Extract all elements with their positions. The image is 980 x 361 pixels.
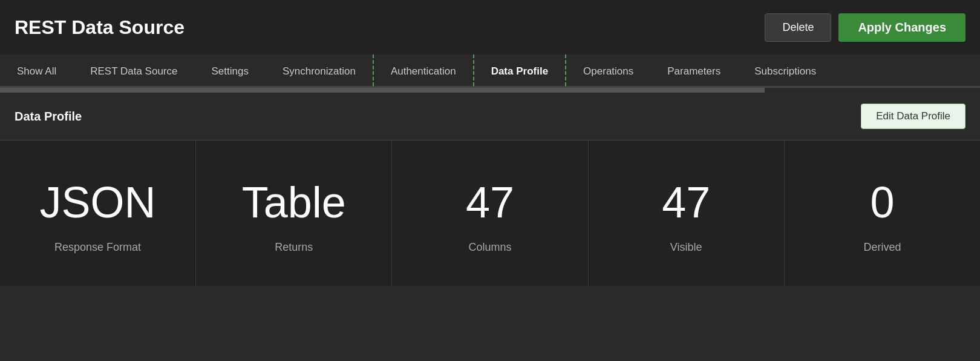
stat-value-visible: 47 [662, 179, 710, 227]
tab-settings[interactable]: Settings [194, 55, 265, 86]
stat-label-columns: Columns [468, 241, 511, 254]
apply-changes-button[interactable]: Apply Changes [838, 13, 965, 42]
section-header: Data Profile Edit Data Profile [0, 93, 980, 140]
nav-tabs: Show All REST Data Source Settings Synch… [0, 55, 980, 88]
tab-rest-data-source[interactable]: REST Data Source [73, 55, 194, 86]
stat-value-derived: 0 [870, 179, 894, 227]
stat-cell-visible: 47 Visible [589, 141, 785, 286]
stat-value-returns: Table [242, 179, 346, 227]
tab-data-profile[interactable]: Data Profile [473, 55, 566, 86]
delete-button[interactable]: Delete [765, 13, 831, 42]
tab-show-all[interactable]: Show All [0, 55, 73, 86]
page-title: REST Data Source [15, 16, 185, 39]
stats-grid: JSON Response Format Table Returns 47 Co… [0, 140, 980, 286]
tab-synchronization[interactable]: Synchronization [266, 55, 374, 86]
edit-data-profile-button[interactable]: Edit Data Profile [861, 104, 965, 129]
stat-cell-returns: Table Returns [196, 141, 392, 286]
tab-authentication[interactable]: Authentication [374, 55, 473, 86]
section-title: Data Profile [15, 110, 82, 124]
content-area: Data Profile Edit Data Profile JSON Resp… [0, 93, 980, 286]
stat-value-response-format: JSON [40, 179, 156, 227]
stat-value-columns: 47 [466, 179, 514, 227]
tab-parameters[interactable]: Parameters [650, 55, 737, 86]
page-header: REST Data Source Delete Apply Changes [0, 0, 980, 55]
progress-bar [0, 88, 765, 93]
stat-label-derived: Derived [863, 241, 901, 254]
header-actions: Delete Apply Changes [765, 13, 965, 42]
stat-cell-response-format: JSON Response Format [0, 141, 196, 286]
stat-label-returns: Returns [275, 241, 313, 254]
stat-cell-derived: 0 Derived [785, 141, 980, 286]
tab-subscriptions[interactable]: Subscriptions [737, 55, 833, 86]
stat-label-response-format: Response Format [54, 241, 141, 254]
stat-cell-columns: 47 Columns [392, 141, 588, 286]
progress-bar-container [0, 88, 980, 93]
tab-operations[interactable]: Operations [566, 55, 650, 86]
stat-label-visible: Visible [670, 241, 702, 254]
